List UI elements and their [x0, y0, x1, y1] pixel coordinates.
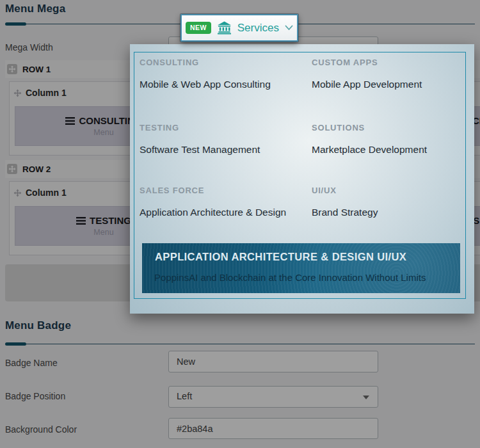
- mega-group-ui-ux: UI/UX Brand Strategy: [312, 186, 478, 218]
- group-heading: CUSTOM APPS: [312, 58, 478, 67]
- group-heading: SALES FORCE: [140, 186, 306, 195]
- mega-link[interactable]: Mobile App Development: [312, 79, 478, 90]
- new-badge: NEW: [186, 22, 211, 34]
- services-label: Services: [237, 22, 279, 35]
- group-heading: UI/UX: [312, 186, 478, 195]
- group-heading: CONSULTING: [140, 58, 306, 67]
- banner-subtitle: PoppinsAI and Blockchain at the Core Inn…: [154, 272, 426, 283]
- group-heading: SOLUTIONS: [312, 123, 478, 132]
- services-menu-button[interactable]: NEW Services: [180, 14, 298, 42]
- mega-group-testing: TESTING Software Test Management: [140, 123, 306, 156]
- mega-link[interactable]: Marketplace Development: [312, 144, 478, 156]
- bank-icon: [217, 21, 232, 35]
- mega-group-consulting: CONSULTING Mobile & Web App Consulting: [140, 58, 306, 90]
- mega-link[interactable]: Application Architecture & Design: [140, 207, 306, 218]
- group-heading: TESTING: [140, 123, 306, 132]
- mega-link[interactable]: Brand Strategy: [312, 207, 478, 218]
- banner-title: APPLICATION ARCHITECTURE & DESIGN UI/UX: [155, 251, 406, 263]
- mega-group-custom-apps: CUSTOM APPS Mobile App Development: [312, 58, 478, 90]
- mega-menu-banner[interactable]: APPLICATION ARCHITECTURE & DESIGN UI/UX …: [142, 243, 460, 293]
- mega-menu-panel: CONSULTING Mobile & Web App Consulting C…: [130, 44, 474, 314]
- mega-group-sales-force: SALES FORCE Application Architecture & D…: [140, 186, 306, 218]
- page: Menu Mega Mega Width ROW 1 Column 1 CONS…: [0, 0, 480, 448]
- mega-link[interactable]: Software Test Management: [140, 144, 306, 156]
- chevron-down-icon: [285, 25, 293, 31]
- mega-group-solutions: SOLUTIONS Marketplace Development: [312, 123, 478, 156]
- mega-link[interactable]: Mobile & Web App Consulting: [140, 79, 306, 90]
